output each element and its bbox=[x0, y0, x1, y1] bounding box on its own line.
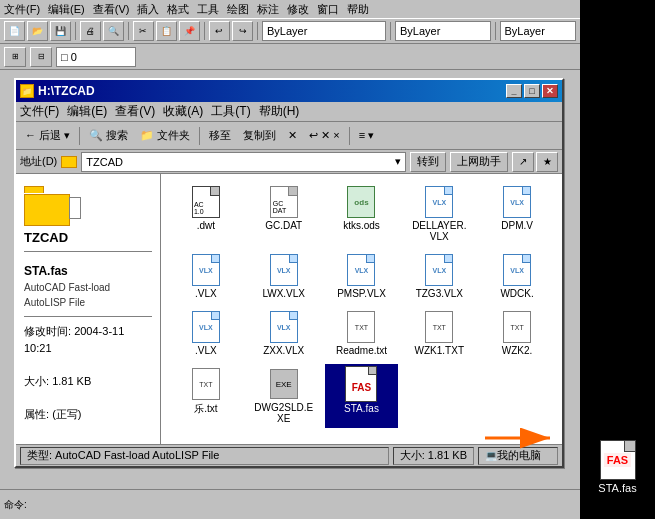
tb-save[interactable]: 💾 bbox=[50, 21, 71, 41]
file-item-wzk2[interactable]: TXT WZK2. bbox=[480, 307, 554, 360]
explorer-toolbar: ← 后退 ▾ 🔍 搜索 📁 文件夹 移至 复制到 ✕ ↩ ✕ × ≡ ▾ bbox=[16, 122, 562, 150]
right-side-panel: FAS STA.fas bbox=[580, 0, 655, 519]
modified-label: 修改时间: 2004-3-11 10:21 bbox=[24, 323, 152, 356]
tb-layer-dropdown[interactable]: ByLayer bbox=[262, 21, 386, 41]
tb-paste[interactable]: 📌 bbox=[179, 21, 200, 41]
menu-draw[interactable]: 绘图 bbox=[227, 2, 249, 17]
close-button[interactable]: ✕ bbox=[542, 84, 558, 98]
menu-window[interactable]: 窗口 bbox=[317, 2, 339, 17]
help-online-button[interactable]: 上网助手 bbox=[450, 152, 508, 172]
dellayer-icon: VLX bbox=[423, 186, 455, 218]
file-item-pmsp[interactable]: VLX PMSP.VLX bbox=[325, 250, 399, 303]
menu-insert[interactable]: 插入 bbox=[137, 2, 159, 17]
menu-help[interactable]: 帮助 bbox=[347, 2, 369, 17]
addr-icon-2[interactable]: ★ bbox=[536, 152, 558, 172]
file-item-dpm[interactable]: VLX DPM.V bbox=[480, 182, 554, 246]
tb-sep-1 bbox=[75, 22, 76, 40]
file-item-vlx1[interactable]: VLX .VLX bbox=[169, 250, 243, 303]
dpm-label: DPM.V bbox=[501, 220, 533, 231]
tb-print[interactable]: 🖨 bbox=[80, 21, 101, 41]
status-size: 大小: 1.81 KB bbox=[393, 447, 474, 465]
status-type: 类型: AutoCAD Fast-load AutoLISP File bbox=[20, 447, 389, 465]
dwg2sld-label: DWG2SLD.EXE bbox=[254, 402, 314, 424]
divider-1 bbox=[24, 251, 152, 252]
le-txt-label: 乐.txt bbox=[194, 402, 217, 416]
tb-snap[interactable]: ⊞ bbox=[4, 47, 26, 67]
tb-redo[interactable]: ↪ bbox=[232, 21, 253, 41]
addr-icon-1[interactable]: ↗ bbox=[512, 152, 534, 172]
tzg3-icon: VLX bbox=[423, 254, 455, 286]
exp-menu-file[interactable]: 文件(F) bbox=[20, 103, 59, 120]
tb-sep-exp-3 bbox=[349, 127, 350, 145]
maximize-button[interactable]: □ bbox=[524, 84, 540, 98]
attribute-value: (正写) bbox=[52, 408, 81, 420]
exp-menu-help[interactable]: 帮助(H) bbox=[259, 103, 300, 120]
menu-modify[interactable]: 修改 bbox=[287, 2, 309, 17]
file-item-wdck[interactable]: VLX WDCK. bbox=[480, 250, 554, 303]
file-item-zxx[interactable]: VLX ZXX.VLX bbox=[247, 307, 321, 360]
file-item-ods[interactable]: ods ktks.ods bbox=[325, 182, 399, 246]
menu-format[interactable]: 格式 bbox=[167, 2, 189, 17]
folder-tab bbox=[24, 186, 44, 193]
tb-linetype-dropdown[interactable]: ByLayer bbox=[500, 21, 577, 41]
address-field[interactable]: TZCAD ▾ bbox=[81, 152, 406, 172]
file-item-dwt[interactable]: AC1.0 .dwt bbox=[169, 182, 243, 246]
delete-button[interactable]: ✕ bbox=[283, 125, 302, 147]
undo-exp-button[interactable]: ↩ ✕ × bbox=[304, 125, 345, 147]
file-item-wzk1[interactable]: TXT WZK1.TXT bbox=[402, 307, 476, 360]
menu-edit[interactable]: 编辑(E) bbox=[48, 2, 85, 17]
ods-label: ktks.ods bbox=[343, 220, 380, 231]
folders-button[interactable]: 📁 文件夹 bbox=[135, 125, 195, 147]
file-item-vlx2[interactable]: VLX .VLX bbox=[169, 307, 243, 360]
menu-view[interactable]: 查看(V) bbox=[93, 2, 130, 17]
back-button[interactable]: ← 后退 ▾ bbox=[20, 125, 75, 147]
menu-file[interactable]: 文件(F) bbox=[4, 2, 40, 17]
view-button[interactable]: ≡ ▾ bbox=[354, 125, 379, 147]
right-panel[interactable]: AC1.0 .dwt GCDAT GC.DAT bbox=[161, 174, 562, 444]
tb-new[interactable]: 📄 bbox=[4, 21, 25, 41]
tb-cut[interactable]: ✂ bbox=[133, 21, 154, 41]
sta-fas-sidebar-icon[interactable]: FAS STA.fas bbox=[598, 440, 636, 494]
vlx1-label: .VLX bbox=[195, 288, 217, 299]
copy-button[interactable]: 复制到 bbox=[238, 125, 281, 147]
exp-menu-favorites[interactable]: 收藏(A) bbox=[163, 103, 203, 120]
explorer-window: 📁 H:\TZCAD _ □ ✕ 文件(F) 编辑(E) 查看(V) 收藏(A)… bbox=[14, 78, 564, 468]
folder-icon-large bbox=[24, 182, 80, 226]
autocad-status-text: 命令: bbox=[4, 498, 27, 512]
file-item-readme[interactable]: TXT Readme.txt bbox=[325, 307, 399, 360]
dpm-icon: VLX bbox=[501, 186, 533, 218]
file-item-sta-fas[interactable]: FAS STA.fas bbox=[325, 364, 399, 428]
file-item-gcdat[interactable]: GCDAT GC.DAT bbox=[247, 182, 321, 246]
tb-grid[interactable]: ⊟ bbox=[30, 47, 52, 67]
wzk1-label: WZK1.TXT bbox=[415, 345, 464, 356]
tb-preview[interactable]: 🔍 bbox=[103, 21, 124, 41]
file-item-tzg3[interactable]: VLX TZG3.VLX bbox=[402, 250, 476, 303]
readme-icon: TXT bbox=[345, 311, 377, 343]
selected-file-name: STA.fas bbox=[24, 262, 152, 280]
exp-menu-edit[interactable]: 编辑(E) bbox=[67, 103, 107, 120]
pmsp-label: PMSP.VLX bbox=[337, 288, 386, 299]
file-item-dellayer[interactable]: VLX DELLAYER.VLX bbox=[402, 182, 476, 246]
search-button[interactable]: 🔍 搜索 bbox=[84, 125, 133, 147]
tb-color-dropdown[interactable]: ByLayer bbox=[395, 21, 491, 41]
exp-menu-tools[interactable]: 工具(T) bbox=[211, 103, 250, 120]
autocad-menubar: 文件(F) 编辑(E) 查看(V) 插入 格式 工具 绘图 标注 修改 窗口 帮… bbox=[0, 0, 580, 18]
tb-sep-exp-1 bbox=[79, 127, 80, 145]
readme-label: Readme.txt bbox=[336, 345, 387, 356]
file-item-le-txt[interactable]: TXT 乐.txt bbox=[169, 364, 243, 428]
tb-undo[interactable]: ↩ bbox=[209, 21, 230, 41]
menu-dimension[interactable]: 标注 bbox=[257, 2, 279, 17]
file-item-lwx[interactable]: VLX LWX.VLX bbox=[247, 250, 321, 303]
go-button[interactable]: 转到 bbox=[410, 152, 446, 172]
file-item-dwg2sld[interactable]: EXE DWG2SLD.EXE bbox=[247, 364, 321, 428]
attribute-label: 属性: (正写) bbox=[24, 406, 152, 423]
dwt-label: .dwt bbox=[197, 220, 215, 231]
tb-open[interactable]: 📂 bbox=[27, 21, 48, 41]
zxx-icon: VLX bbox=[268, 311, 300, 343]
minimize-button[interactable]: _ bbox=[506, 84, 522, 98]
menu-tools[interactable]: 工具 bbox=[197, 2, 219, 17]
exp-menu-view[interactable]: 查看(V) bbox=[115, 103, 155, 120]
move-button[interactable]: 移至 bbox=[204, 125, 236, 147]
tb-copy[interactable]: 📋 bbox=[156, 21, 177, 41]
tb-coord[interactable]: □ 0 bbox=[56, 47, 136, 67]
